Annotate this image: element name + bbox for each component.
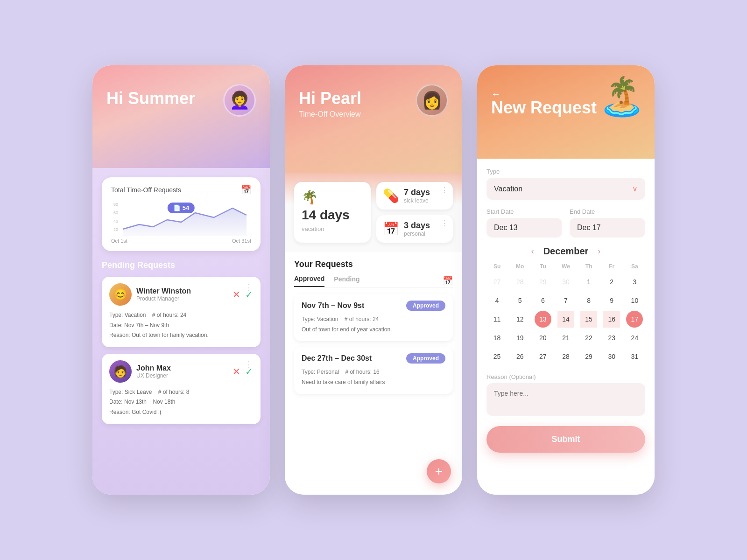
- yr-type-hours-1: Type: Vacation # of hours: 24: [302, 315, 445, 325]
- cal-day[interactable]: 19: [512, 329, 529, 346]
- ov-text-sick: 7 days sick leave: [404, 188, 430, 204]
- ov-days-sick: 7 days: [404, 188, 430, 197]
- cal-day[interactable]: 4: [489, 292, 506, 309]
- yr-req-card-1: Nov 7th – Nov 9st Approved Type: Vacatio…: [294, 294, 453, 341]
- pending-title: Pending Requests: [102, 260, 261, 270]
- req-type-hours-2: Type: Sick Leave # of hours: 8: [109, 387, 253, 398]
- req-reject-1[interactable]: ✕: [233, 289, 240, 300]
- cal-day[interactable]: 22: [580, 329, 597, 346]
- ov-days-personal: 3 days: [404, 221, 430, 231]
- phone-1: Hi Summer 👩‍🦱 Total Time-Off Requests 📅 …: [92, 65, 270, 495]
- cal-day[interactable]: 5: [512, 292, 529, 309]
- req-date-1: Date: Nov 7th – Nov 9th: [109, 321, 253, 331]
- cal-day-header: Sa: [624, 261, 645, 272]
- chart-labels: Oct 1st Oct 31st: [111, 238, 251, 244]
- cal-day[interactable]: 31: [626, 348, 643, 365]
- phone2-header: Hi Pearl Time-Off Overview 👩: [285, 65, 462, 173]
- req-dots-2: ⋮: [245, 359, 253, 370]
- cal-day[interactable]: 26: [512, 348, 529, 365]
- request-card-1: 😊 Winter Winston Product Manager ⋮ ✕ ✓ T…: [102, 277, 261, 347]
- type-group: Type Vacation ∨: [486, 168, 645, 200]
- yr-reason-1: Out of town for end of year vacation.: [302, 325, 445, 335]
- reason-group: Reason (Optional): [486, 373, 645, 418]
- cal-day[interactable]: 30: [603, 348, 620, 365]
- cal-prev-button[interactable]: ‹: [531, 246, 534, 256]
- end-date-field: End Date Dec 17: [570, 208, 645, 238]
- yr-detail-2: Type: Personal # of hours: 16 Need to ta…: [302, 367, 445, 387]
- cal-day[interactable]: 16: [603, 311, 620, 328]
- cal-day[interactable]: 17: [626, 311, 643, 328]
- cal-day[interactable]: 9: [603, 292, 620, 309]
- phone3-header: ← New Request 🏝️: [477, 65, 655, 159]
- date-row: Start Date Dec 13 End Date Dec 17: [486, 208, 645, 238]
- req-avatar-2: 🧑: [109, 360, 132, 383]
- req-top-1: 😊 Winter Winston Product Manager ⋮ ✕ ✓: [109, 283, 253, 306]
- start-date-field: Start Date Dec 13: [486, 208, 562, 238]
- request-card-2: 🧑 John Max UX Designer ⋮ ✕ ✓ Type: Sick …: [102, 354, 261, 424]
- cal-day[interactable]: 28: [557, 348, 574, 365]
- req-reject-2[interactable]: ✕: [233, 366, 240, 377]
- ov-label-personal: personal: [404, 231, 430, 237]
- chart-area: 📄 54 80 60 40 20: [111, 199, 251, 236]
- req-role-2: UX Designer: [136, 372, 171, 379]
- end-date-label: End Date: [570, 208, 645, 215]
- chart-label-end: Oct 31st: [232, 238, 251, 244]
- req-actions-1: ⋮ ✕ ✓: [233, 289, 253, 300]
- submit-button[interactable]: Submit: [486, 426, 645, 453]
- cal-day[interactable]: 12: [512, 311, 529, 328]
- cal-day[interactable]: 23: [603, 329, 620, 346]
- tab-approved[interactable]: Approved: [294, 275, 324, 287]
- yr-type-hours-2: Type: Personal # of hours: 16: [302, 367, 445, 378]
- cal-day[interactable]: 27: [535, 348, 551, 365]
- cal-day[interactable]: 3: [626, 273, 643, 290]
- cal-day[interactable]: 11: [489, 311, 506, 328]
- ov-right-col: 💊 7 days sick leave ⋮ 📅 3 days personal …: [376, 182, 453, 243]
- reason-label: Reason (Optional): [486, 373, 645, 380]
- reason-input[interactable]: [486, 383, 645, 416]
- phone1-avatar-emoji: 👩‍🦱: [229, 91, 250, 110]
- end-date-value[interactable]: Dec 17: [570, 218, 645, 238]
- svg-text:40: 40: [113, 219, 118, 224]
- phone-3: ← New Request 🏝️ Type Vacation ∨ Start D…: [477, 65, 655, 495]
- req-name-2: John Max: [136, 364, 171, 372]
- cal-day[interactable]: 21: [557, 329, 574, 346]
- cal-day[interactable]: 8: [580, 292, 597, 309]
- cal-day[interactable]: 7: [557, 292, 574, 309]
- cal-day[interactable]: 13: [535, 311, 551, 328]
- ov-label-vacation: vacation: [302, 225, 363, 232]
- type-select[interactable]: Vacation ∨: [486, 178, 645, 200]
- cal-day-header: We: [555, 261, 576, 272]
- req-avatar-1: 😊: [109, 283, 132, 306]
- cal-day-header: Th: [578, 261, 599, 272]
- cal-next-button[interactable]: ›: [598, 246, 600, 256]
- phone3-body: Type Vacation ∨ Start Date Dec 13 End Da…: [477, 159, 655, 495]
- calendar-icon: 📅: [241, 185, 251, 195]
- phone-2: Hi Pearl Time-Off Overview 👩 🌴 14 days v…: [285, 65, 462, 495]
- cal-day[interactable]: 29: [535, 273, 551, 290]
- cal-day[interactable]: 15: [580, 311, 597, 328]
- cal-day[interactable]: 1: [580, 273, 597, 290]
- cal-day[interactable]: 6: [535, 292, 551, 309]
- cal-day[interactable]: 10: [626, 292, 643, 309]
- back-icon[interactable]: ←: [491, 89, 500, 99]
- yr-title: Your Requests: [294, 259, 453, 269]
- fab-add[interactable]: +: [427, 459, 451, 483]
- cal-day[interactable]: 30: [557, 273, 574, 290]
- cal-day[interactable]: 28: [512, 273, 529, 290]
- type-label: Type: [486, 168, 645, 175]
- cal-day[interactable]: 14: [557, 311, 574, 328]
- cal-day[interactable]: 24: [626, 329, 643, 346]
- chart-label-start: Oct 1st: [111, 238, 127, 244]
- cal-day[interactable]: 20: [535, 329, 551, 346]
- cal-day[interactable]: 2: [603, 273, 620, 290]
- cal-day[interactable]: 27: [489, 273, 506, 290]
- tab-pending[interactable]: Pending: [334, 275, 359, 287]
- cal-day[interactable]: 25: [489, 348, 506, 365]
- start-date-value[interactable]: Dec 13: [486, 218, 562, 238]
- cal-day[interactable]: 29: [580, 348, 597, 365]
- cal-day[interactable]: 18: [489, 329, 506, 346]
- phone3-deco: 🏝️: [599, 75, 645, 119]
- req-reason-1: Reason: Out of town for family vacation.: [109, 330, 253, 341]
- ov-label-sick: sick leave: [404, 197, 430, 204]
- ov-card-personal: 📅 3 days personal ⋮: [376, 215, 453, 243]
